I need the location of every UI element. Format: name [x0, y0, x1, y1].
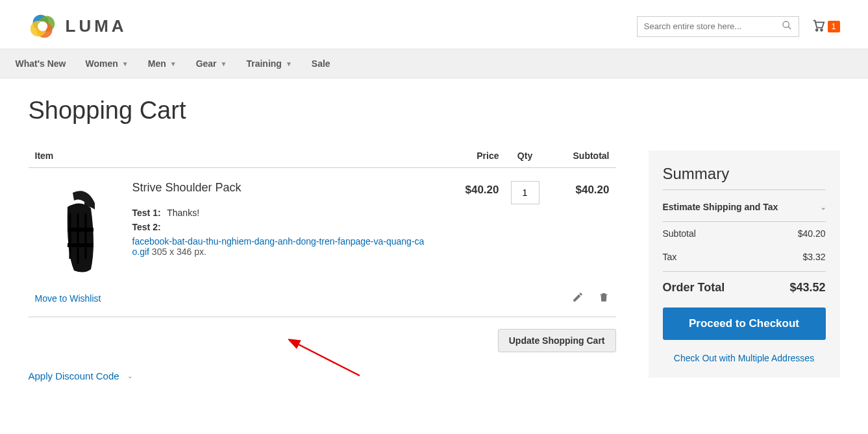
nav-label: What's New [16, 58, 66, 69]
page-title: Shopping Cart [29, 97, 840, 125]
nav-label: Sale [312, 58, 330, 69]
search-icon[interactable] [782, 20, 792, 32]
nav-gear[interactable]: Gear▼ [196, 49, 227, 78]
chevron-down-icon: ▼ [170, 60, 177, 67]
option-1-label: Test 1: [132, 208, 161, 218]
chevron-down-icon: ▼ [122, 60, 129, 67]
col-header-qty: Qty [499, 151, 551, 161]
item-price: $40.20 [441, 181, 499, 278]
order-total-label: Order Total [663, 281, 725, 295]
nav-women[interactable]: Women▼ [86, 49, 129, 78]
apply-discount-toggle[interactable]: Apply Discount Code ⌄ [29, 370, 616, 381]
proceed-to-checkout-button[interactable]: Proceed to Checkout [663, 307, 826, 340]
svg-line-6 [788, 27, 791, 29]
svg-point-7 [816, 29, 818, 31]
estimate-shipping-toggle[interactable]: Estimate Shipping and Tax ⌄ [663, 193, 826, 222]
discount-toggle-label: Apply Discount Code [29, 370, 119, 381]
svg-rect-10 [68, 243, 93, 247]
nav-sale[interactable]: Sale [312, 49, 330, 78]
option-2-label: Test 2: [132, 222, 161, 232]
cart-count-badge: 1 [828, 21, 840, 32]
summary-subtotal-label: Subtotal [663, 228, 696, 239]
estimate-label: Estimate Shipping and Tax [663, 202, 778, 212]
remove-item-icon[interactable] [598, 291, 610, 305]
product-name[interactable]: Strive Shoulder Pack [132, 181, 428, 195]
qty-input[interactable] [511, 181, 539, 204]
nav-label: Gear [196, 58, 217, 69]
nav-label: Men [148, 58, 166, 69]
svg-point-5 [783, 21, 789, 27]
nav-whats-new[interactable]: What's New [16, 49, 66, 78]
svg-point-8 [821, 29, 823, 31]
logo-text: LUMA [66, 16, 127, 36]
nav-label: Training [246, 58, 281, 69]
svg-point-4 [38, 21, 47, 31]
search-input[interactable] [644, 21, 782, 31]
svg-rect-9 [68, 228, 93, 232]
cart-item-row: Strive Shoulder Pack Test 1: Thanks! Tes… [29, 168, 616, 285]
option-2-file-dimensions: 305 x 346 px. [149, 247, 206, 257]
summary-tax-label: Tax [663, 252, 677, 262]
order-total-value: $43.52 [789, 281, 825, 295]
store-logo[interactable]: LUMA [29, 12, 127, 41]
logo-icon [29, 12, 58, 41]
col-header-subtotal: Subtotal [551, 151, 616, 161]
summary-panel: Summary Estimate Shipping and Tax ⌄ Subt… [649, 151, 840, 378]
multiple-addresses-link[interactable]: Check Out with Multiple Addresses [663, 353, 826, 363]
item-subtotal: $40.20 [551, 181, 616, 278]
minicart[interactable]: 1 [811, 18, 840, 34]
move-to-wishlist-link[interactable]: Move to Wishlist [35, 293, 101, 304]
search-box[interactable] [637, 16, 799, 37]
cart-icon [811, 18, 825, 34]
chevron-down-icon: ⌄ [127, 372, 132, 380]
edit-item-icon[interactable] [572, 291, 584, 305]
nav-training[interactable]: Training▼ [246, 49, 291, 78]
nav-label: Women [86, 58, 118, 69]
chevron-down-icon: ▼ [286, 60, 292, 67]
update-cart-button[interactable]: Update Shopping Cart [498, 329, 616, 352]
product-image[interactable] [29, 181, 132, 278]
chevron-down-icon: ⌄ [821, 204, 826, 211]
col-header-item: Item [29, 151, 441, 161]
summary-title: Summary [663, 165, 826, 190]
col-header-price: Price [441, 151, 499, 161]
nav-men[interactable]: Men▼ [148, 49, 177, 78]
chevron-down-icon: ▼ [221, 60, 227, 67]
summary-subtotal-value: $40.20 [798, 228, 826, 239]
option-1-value: Thanks! [167, 208, 199, 218]
summary-tax-value: $3.32 [802, 252, 825, 262]
